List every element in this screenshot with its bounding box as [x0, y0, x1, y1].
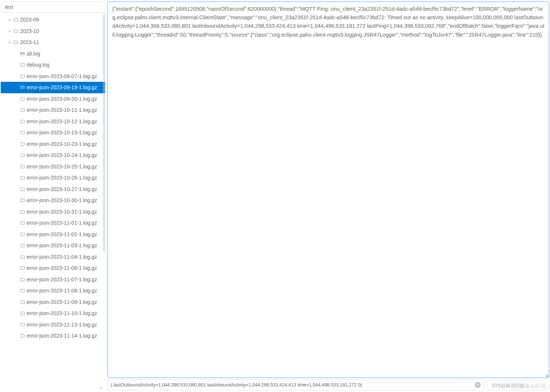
tree-item-label: error-json-2023-11-14-1.log.gz — [27, 333, 97, 339]
tree-folder[interactable]: ▸2023-09 — [1, 14, 105, 26]
tree-file[interactable]: ▸error-json-2023-10-26-1.log.gz — [1, 172, 105, 184]
tree-file[interactable]: ▸error-json-2023-10-30-1.log.gz — [1, 195, 105, 206]
folder-icon — [19, 198, 26, 203]
folder-icon — [19, 288, 26, 293]
caret-right-icon[interactable]: ▸ — [7, 29, 13, 34]
folder-open-icon — [19, 85, 26, 90]
tree-scrollbar-thumb[interactable] — [103, 14, 105, 251]
file-tree[interactable]: ▸2023-09▸2023-10▸2023-11▸all.log▸debug.l… — [1, 14, 105, 391]
sidebar: test ▸2023-09▸2023-10▸2023-11▸all.log▸de… — [1, 1, 105, 391]
tree-item-label: error-json-2023-10-26-1.log.gz — [27, 175, 97, 181]
more-indicator-icon: ▾ — [100, 386, 102, 390]
tree-item-label: error-json-2023-10-13-1.log.gz — [27, 130, 97, 135]
folder-icon — [19, 232, 26, 237]
tree-file[interactable]: ▸error-json-2023-11-02-1.log.gz — [1, 229, 105, 240]
tree-file[interactable]: ▸error-json-2023-10-27-1.log.gz — [1, 184, 105, 195]
folder-icon — [19, 175, 26, 180]
tree-file[interactable]: ▸error-json-2023-10-23-1.log.gz — [1, 138, 105, 150]
tree-file[interactable]: ▸error-json-2023-11-10-1.log.gz — [1, 308, 105, 319]
tree-file[interactable]: ▸error-json-2023-11-09-1.log.gz — [1, 296, 105, 308]
tree-file[interactable]: ▸error-json-2023-11-06-1.log.gz — [1, 262, 105, 274]
file-tree-wrap: ▸2023-09▸2023-10▸2023-11▸all.log▸debug.l… — [1, 14, 105, 391]
tree-file[interactable]: ▸error-json-2023-09-19-1.log.gz — [1, 82, 105, 93]
tree-file[interactable]: ▸error-json-2023-11-08-1.log.gz — [1, 285, 105, 296]
search-input[interactable] — [487, 379, 549, 391]
main-panel: {"instant":{"epochSecond":1695120508,"na… — [107, 1, 549, 391]
folder-icon — [19, 187, 26, 192]
tree-item-label: error-json-2023-10-30-1.log.gz — [27, 197, 97, 203]
caret-right-icon[interactable]: ▸ — [7, 40, 13, 45]
tree-item-label: error-json-2023-09-19-1.log.gz — [27, 84, 97, 90]
tree-item-label: error-json-2023-09-07-1.log.gz — [27, 73, 97, 79]
folder-icon — [19, 130, 26, 135]
tree-file[interactable]: ▸error-json-2023-10-31-1.log.gz — [1, 206, 105, 218]
folder-icon — [13, 29, 19, 34]
folder-icon — [19, 141, 26, 147]
tree-file[interactable]: ▸error-json-2023-11-04-1.log.gz — [1, 251, 105, 263]
folder-icon — [19, 220, 26, 225]
folder-icon — [19, 243, 26, 248]
tree-item-label: error-json-2023-11-03-1.log.gz — [27, 242, 97, 248]
tree-folder[interactable]: ▸2023-11 — [1, 37, 105, 48]
tree-file[interactable]: ▸error-json-2023-10-11-1.log.gz — [1, 104, 105, 116]
tree-item-label: error-json-2023-11-08-1.log.gz — [27, 288, 97, 294]
clear-search-icon[interactable]: ✕ — [475, 382, 481, 388]
tree-item-label: error-json-2023-10-27-1.log.gz — [27, 186, 97, 192]
folder-icon — [19, 277, 26, 282]
folder-icon — [19, 62, 26, 67]
search-row: )0 lastOutboundActivity=1,044,398,533,08… — [107, 379, 549, 391]
resize-handle-icon[interactable] — [544, 373, 548, 377]
folder-icon — [19, 153, 26, 158]
tree-file[interactable]: ▸error-json-2023-11-13-1.log.gz — [1, 319, 105, 331]
tree-file[interactable]: ▸error-json-2023-09-07-1.log.gz — [1, 71, 105, 82]
folder-open-icon — [19, 51, 26, 56]
tree-file[interactable]: ▸error-json-2023-10-12-1.log.gz — [1, 116, 105, 127]
dataset-select[interactable]: test — [1, 1, 105, 13]
tree-item-label: error-json-2023-11-04-1.log.gz — [27, 254, 97, 260]
caret-right-icon[interactable]: ▸ — [7, 17, 13, 22]
folder-icon — [19, 322, 26, 327]
chevron-down-icon — [97, 4, 101, 10]
tree-file[interactable]: ▸error-json-2023-10-25-1.log.gz — [1, 161, 105, 172]
tree-item-label: error-json-2023-11-02-1.log.gz — [27, 231, 97, 237]
folder-icon — [19, 96, 26, 101]
current-search-text: )0 lastOutboundActivity=1,044,398,533,08… — [111, 382, 473, 388]
tree-file[interactable]: ▸error-json-2023-11-14-1.log.gz — [1, 330, 105, 342]
tree-file[interactable]: ▸error-json-2023-11-03-1.log.gz — [1, 240, 105, 251]
tree-item-label: debug.log — [27, 62, 50, 68]
tree-item-label: error-json-2023-11-09-1.log.gz — [27, 299, 97, 305]
folder-icon — [19, 265, 26, 271]
tree-file[interactable]: ▸error-json-2023-11-07-1.log.gz — [1, 274, 105, 285]
tree-item-label: error-json-2023-11-07-1.log.gz — [27, 277, 97, 282]
tree-item-label: error-json-2023-10-12-1.log.gz — [27, 118, 97, 124]
folder-icon — [19, 333, 26, 338]
folder-icon — [19, 164, 26, 169]
tree-item-label: error-json-2023-10-25-1.log.gz — [27, 164, 97, 170]
tree-item-label: 2023-11 — [20, 39, 39, 45]
tree-item-label: error-json-2023-10-24-1.log.gz — [27, 152, 97, 158]
folder-icon — [19, 74, 26, 79]
tree-file[interactable]: ▸error-json-2023-09-20-1.log.gz — [1, 93, 105, 105]
folder-icon — [13, 17, 19, 22]
tree-item-label: error-json-2023-09-20-1.log.gz — [27, 96, 97, 102]
tree-file[interactable]: ▸error-json-2023-10-13-1.log.gz — [1, 127, 105, 138]
tree-item-label: error-json-2023-11-10-1.log.gz — [27, 310, 97, 316]
log-content-area[interactable]: {"instant":{"epochSecond":1695120508,"na… — [107, 1, 549, 378]
tree-item-label: all.log — [27, 51, 40, 57]
tree-file[interactable]: ▸error-json-2023-11-01-1.log.gz — [1, 217, 105, 229]
tree-folder[interactable]: ▸2023-10 — [1, 26, 105, 37]
tree-item-label: error-json-2023-11-01-1.log.gz — [27, 220, 97, 226]
tree-item-label: error-json-2023-11-13-1.log.gz — [27, 322, 97, 328]
tree-file[interactable]: ▸all.log — [1, 48, 105, 60]
folder-icon — [19, 119, 26, 124]
tree-item-label: 2023-09 — [20, 17, 39, 23]
tree-file[interactable]: ▸error-json-2023-10-24-1.log.gz — [1, 150, 105, 161]
tree-item-label: 2023-10 — [20, 28, 39, 34]
tree-item-label: error-json-2023-10-23-1.log.gz — [27, 141, 97, 147]
tree-file[interactable]: ▸debug.log — [1, 59, 105, 71]
current-search-value[interactable]: )0 lastOutboundActivity=1,044,398,533,08… — [107, 379, 484, 391]
log-text: {"instant":{"epochSecond":1695120508,"na… — [112, 6, 544, 38]
folder-icon — [19, 107, 26, 113]
tree-item-label: error-json-2023-11-06-1.log.gz — [27, 265, 97, 271]
tree-scrollbar[interactable] — [103, 14, 105, 391]
